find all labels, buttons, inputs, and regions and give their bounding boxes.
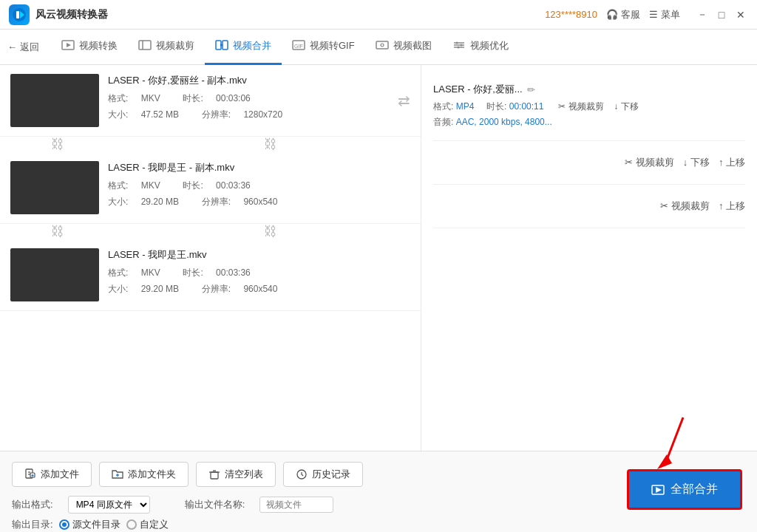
edit-icon[interactable]: ✏ [527, 84, 535, 95]
close-btn[interactable]: ✕ [733, 7, 748, 22]
headset-icon: 🎧 [606, 9, 618, 20]
output-audio-label: 音频: [433, 117, 453, 127]
customer-service-btn[interactable]: 🎧 客服 [606, 8, 640, 21]
red-arrow [639, 410, 698, 477]
video-thumbnail [10, 161, 99, 214]
list-item: LASER - 我即是王 - 副本.mkv 格式: MKV 时长: 00:03:… [0, 152, 421, 224]
upload-btn-3[interactable]: ↑ 上移 [719, 200, 745, 213]
history-icon [296, 468, 308, 480]
right-panel: LASER - 你好,爱丽... ✏ 格式: MP4 时长: 00:00:11 … [421, 65, 757, 451]
size-value: 47.52 MB [141, 109, 179, 120]
tab-video-optimize[interactable]: 视频优化 [442, 30, 519, 65]
format-label: 格式: [108, 93, 128, 103]
tab-video-merge[interactable]: 视频合并 [205, 30, 282, 65]
list-item: LASER - 我即是王.mkv 格式: MKV 时长: 00:03:36 大小… [0, 239, 421, 311]
video-screenshot-icon [376, 40, 389, 52]
video-clip-icon [138, 40, 152, 52]
clip-btn-2[interactable]: ✂ 视频裁剪 [625, 156, 674, 169]
output-item-2: ✂ 视频裁剪 ↓ 下移 ↑ 上移 [433, 141, 745, 185]
left-panel: LASER - 你好,爱丽丝 - 副本.mkv 格式: MKV 时长: 00:0… [0, 65, 421, 451]
video-merge-icon [215, 40, 228, 52]
add-folder-btn[interactable]: 添加文件夹 [99, 462, 189, 487]
svg-marker-4 [67, 43, 71, 47]
svg-point-18 [460, 44, 462, 46]
radio-source-dir[interactable]: 源文件目录 [59, 518, 120, 531]
minimize-btn[interactable]: － [695, 7, 710, 22]
tab-video-gif[interactable]: GIF 视频转GIF [282, 30, 365, 65]
output-name-input[interactable] [259, 497, 333, 513]
add-file-icon [24, 468, 36, 480]
video-info: LASER - 我即是王.mkv 格式: MKV 时长: 00:03:36 大小… [108, 248, 410, 297]
svg-point-19 [457, 46, 459, 48]
video-name: LASER - 你好,爱丽丝 - 副本.mkv [108, 74, 389, 87]
merge-btn-wrapper: 全部合并 [627, 469, 742, 510]
format-value: MKV [141, 93, 160, 103]
svg-point-17 [455, 41, 458, 44]
duration-value: 00:03:06 [216, 93, 251, 103]
output-format-label: 格式: [433, 101, 453, 112]
play-icon [651, 485, 665, 495]
output-dir: 输出目录: 源文件目录 自定义 [12, 518, 745, 531]
duration-label: 时长: [183, 93, 203, 103]
radio-custom-dir[interactable]: 自定义 [126, 518, 169, 531]
clear-list-btn[interactable]: 清空列表 [196, 462, 276, 487]
tab-video-screenshot[interactable]: 视频截图 [365, 30, 442, 65]
app-title: 风云视频转换器 [35, 8, 545, 21]
nav-bar: ← 返回 视频转换 视频裁剪 视频合并 GIF 视频转GIF 视频截图 [0, 30, 757, 65]
svg-rect-28 [211, 472, 218, 479]
download-btn[interactable]: ↓ 下移 [614, 101, 638, 112]
tab-video-convert[interactable]: 视频转换 [51, 30, 128, 65]
main-content: LASER - 你好,爱丽丝 - 副本.mkv 格式: MKV 时长: 00:0… [0, 65, 757, 451]
svg-text:GIF: GIF [294, 44, 303, 49]
video-name: LASER - 我即是王.mkv [108, 248, 410, 262]
connector-1: ⛓ ⛓ [0, 137, 421, 152]
title-bar: 风云视频转换器 123****8910 🎧 客服 ☰ 菜单 － □ ✕ [0, 0, 757, 30]
add-folder-icon [112, 468, 123, 480]
app-logo [9, 4, 30, 25]
resolution-label: 分辨率: [202, 109, 231, 120]
svg-rect-12 [376, 41, 388, 49]
svg-rect-7 [216, 41, 221, 50]
back-arrow-icon: ← [7, 41, 17, 52]
output-audio-value: AAC, 2000 kbps, 4800... [456, 117, 552, 127]
radio-source-dot [59, 519, 69, 530]
history-btn[interactable]: 历史记录 [283, 462, 363, 487]
upload-btn-2[interactable]: ↑ 上移 [719, 156, 745, 169]
svg-rect-1 [16, 11, 19, 18]
svg-rect-8 [223, 41, 228, 50]
output-item-1: LASER - 你好,爱丽... ✏ 格式: MP4 时长: 00:00:11 … [433, 74, 745, 141]
phone-number: 123****8910 [545, 9, 597, 20]
output-item-3: ✂ 视频裁剪 ↑ 上移 [433, 185, 745, 228]
menu-icon: ☰ [649, 9, 658, 20]
output-duration-label: 时长: [486, 101, 506, 112]
download-btn-2[interactable]: ↓ 下移 [683, 156, 710, 169]
video-convert-icon [61, 40, 75, 52]
back-btn[interactable]: ← 返回 [7, 41, 39, 54]
output-format-select[interactable]: MP4 同原文件 [68, 496, 150, 514]
resolution-value: 1280x720 [243, 109, 282, 120]
output-format-label: 输出格式: [12, 498, 53, 511]
size-label: 大小: [108, 109, 128, 120]
connector-2: ⛓ ⛓ [0, 224, 421, 239]
restore-btn[interactable]: □ [714, 7, 729, 22]
radio-custom-dot [126, 519, 137, 530]
tab-video-clip[interactable]: 视频裁剪 [128, 30, 205, 65]
svg-marker-35 [656, 487, 662, 493]
shuffle-icon[interactable]: ⇄ [398, 92, 410, 109]
svg-point-13 [381, 44, 384, 47]
clip-btn-3[interactable]: ✂ 视频裁剪 [660, 200, 710, 213]
output-format-value: MP4 [456, 101, 475, 112]
video-thumbnail [10, 74, 99, 127]
video-info: LASER - 你好,爱丽丝 - 副本.mkv 格式: MKV 时长: 00:0… [108, 74, 389, 123]
video-optimize-icon [452, 40, 466, 52]
output-filename: LASER - 你好,爱丽... [433, 83, 523, 96]
list-item: LASER - 你好,爱丽丝 - 副本.mkv 格式: MKV 时长: 00:0… [0, 65, 421, 137]
video-thumbnail [10, 248, 99, 301]
clip-btn[interactable]: ✂ 视频裁剪 [558, 101, 603, 112]
menu-btn[interactable]: ☰ 菜单 [649, 8, 680, 21]
add-file-btn[interactable]: 添加文件 [12, 462, 92, 487]
svg-marker-33 [657, 454, 672, 469]
svg-rect-5 [139, 41, 151, 50]
video-name: LASER - 我即是王 - 副本.mkv [108, 161, 410, 174]
output-name-label: 输出文件名称: [185, 498, 245, 511]
